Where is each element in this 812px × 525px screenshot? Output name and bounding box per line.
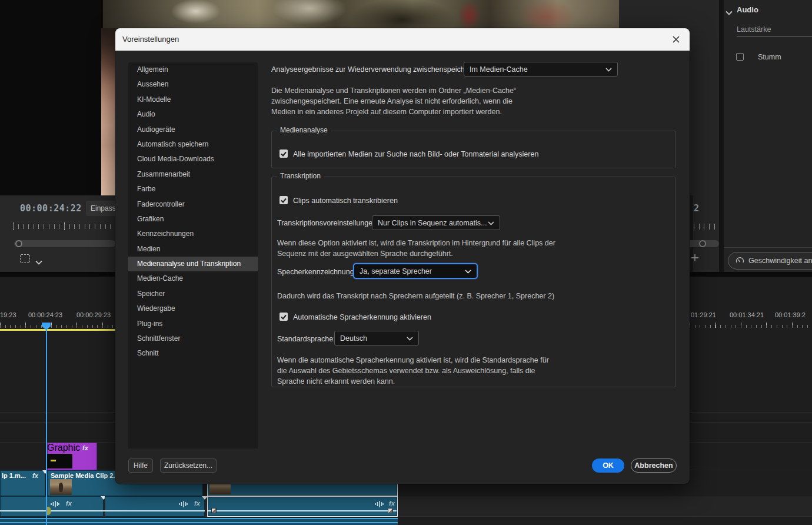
work-area-bar[interactable] (0, 329, 115, 331)
sidebar-item[interactable]: Medien-Cache (128, 271, 258, 286)
ruler-label: 00:01:34:21 (730, 311, 764, 318)
ruler-label: 01:29:21 (691, 311, 716, 318)
mute-label: Stumm (758, 53, 781, 61)
current-timecode[interactable]: 00:00:24:22 (20, 203, 82, 214)
ruler-label: 19:23 (0, 311, 16, 318)
playhead-line[interactable] (46, 323, 47, 525)
close-icon[interactable] (672, 35, 680, 46)
speaker-label: Specherkennzeichnung: (277, 268, 356, 276)
preferences-dialog: Voreinstellungen AllgemeinAussehenKI-Mod… (115, 28, 690, 484)
waveform-icon (50, 500, 59, 510)
default-language-value: Deutsch (340, 334, 367, 343)
transcription-legend: Transkription (277, 172, 324, 180)
graphic-clip-thumbnail (47, 454, 72, 468)
dialog-titlebar[interactable]: Voreinstellungen (115, 28, 690, 51)
video-clip-1[interactable]: lp 1.m... fx (0, 470, 45, 496)
sidebar-item[interactable]: Aussehen (128, 77, 258, 92)
chevron-down-icon (465, 267, 471, 275)
sidebar-item[interactable]: Audiogeräte (128, 122, 258, 137)
sidebar-item[interactable]: KI-Modelle (128, 92, 258, 107)
fx-badge[interactable]: fx (389, 500, 395, 507)
fx-badge[interactable]: fx (66, 500, 72, 507)
sidebar-item[interactable]: Zusammenarbeit (128, 167, 258, 182)
auto-transcribe-label: Clips automatisch transkribieren (293, 197, 398, 205)
volume-keyframe-handle[interactable] (388, 508, 393, 513)
monitor-zoom-handle-left[interactable] (15, 240, 22, 247)
graphic-clip[interactable]: Graphic fx (47, 443, 97, 470)
plus-icon[interactable] (691, 254, 699, 264)
adjust-speed-button[interactable]: Geschwindigkeit anpassen (728, 252, 812, 270)
speaker-dropdown[interactable]: Ja, separate Sprecher (353, 263, 478, 279)
graphic-thumb-accent (51, 460, 56, 461)
audio-clip-2[interactable]: fx (105, 496, 205, 517)
fx-badge[interactable]: fx (82, 444, 88, 451)
ok-button[interactable]: OK (592, 458, 624, 473)
speaker-help-text: Dadurch wird das Transkript nach Spreche… (277, 291, 630, 301)
audio-clip-1[interactable]: fx (0, 496, 104, 517)
sidebar-item[interactable]: Fadercontroller (128, 197, 258, 212)
reset-button[interactable]: Zurücksetzen... (160, 458, 217, 473)
transcription-preset-help: Wenn diese Option aktiviert ist, wird di… (277, 238, 563, 259)
default-language-label: Standardsprache: (277, 335, 335, 343)
auto-language-checkbox[interactable] (279, 313, 288, 321)
speedometer-icon (736, 257, 744, 265)
sidebar-item[interactable]: Speicher (128, 287, 258, 301)
sidebar-item[interactable]: Automatisch speichern (128, 137, 258, 152)
sidebar-item[interactable]: Schnitt (128, 346, 258, 361)
fx-badge[interactable]: fx (194, 500, 200, 507)
premiere-app-window: Audio Lautstärke Stumm 00:00:24:22 Einpa… (0, 0, 812, 525)
sidebar-item[interactable]: Medienanalyse und Transkription (128, 257, 258, 271)
sidebar-item[interactable]: Farbe (128, 182, 258, 197)
timeline-ruler-minor-ticks[interactable] (0, 325, 115, 328)
audio-clip-selected[interactable]: fx (207, 496, 398, 517)
graphic-clip-title: Graphic (47, 443, 80, 453)
sidebar-item[interactable]: Wiedergabe (128, 301, 258, 316)
ruler-label: 00:01:39:2 (775, 311, 806, 318)
left-black-panel (0, 0, 103, 195)
panel-separator-line (724, 247, 812, 248)
transcription-preset-label: Transkriptionsvoreinstellungen: (277, 219, 379, 227)
region-select-icon[interactable] (20, 254, 30, 263)
fx-badge[interactable]: fx (32, 472, 38, 479)
video-clip-2-thumbnail (50, 479, 72, 495)
language-help-text: Wenn die automatische Spracherkennung ak… (277, 355, 554, 387)
sidebar-item[interactable]: Schnittfenster (128, 331, 258, 346)
preferences-sidebar: AllgemeinAussehenKI-ModelleAudioAudioger… (128, 62, 258, 448)
timeline-ruler-minor-ticks-right[interactable] (690, 325, 812, 328)
sidebar-item[interactable]: Grafiken (128, 212, 258, 227)
dialog-title: Voreinstellungen (122, 35, 179, 44)
essential-sound-panel (724, 0, 812, 277)
sidebar-item[interactable]: Allgemein (128, 62, 258, 77)
audio-volume-line-selected[interactable] (208, 510, 397, 511)
ruler-label: 00:00:29:23 (76, 311, 111, 318)
media-analysis-legend: Medienanalyse (277, 126, 331, 134)
partial-timecode: 2 (694, 203, 700, 214)
chevron-down-icon[interactable] (726, 7, 733, 18)
cache-help-text: Die Medienanalyse und Transkriptionen we… (271, 85, 537, 117)
analyze-media-label: Alle importierten Medien zur Suche nach … (293, 150, 538, 158)
cache-dropdown[interactable]: Im Medien-Cache (464, 62, 618, 77)
default-language-dropdown[interactable]: Deutsch (334, 331, 419, 345)
chevron-down-icon[interactable] (35, 257, 42, 267)
mute-checkbox[interactable] (736, 53, 744, 61)
analyze-media-checkbox[interactable] (279, 149, 288, 158)
auto-transcribe-checkbox[interactable] (279, 196, 288, 204)
monitor-ruler-minor-ticks (13, 224, 115, 229)
monitor-zoom-scrollbar[interactable] (14, 240, 115, 247)
sidebar-item[interactable]: Kennzeichnungen (128, 227, 258, 241)
transcription-preset-dropdown[interactable]: Nur Clips in Sequenz automatis... (372, 215, 500, 230)
program-monitor-frame (103, 0, 619, 28)
volume-slider-track[interactable] (737, 36, 812, 36)
sidebar-item[interactable]: Cloud Media-Downloads (128, 152, 258, 167)
monitor-zoom-handle-right[interactable] (699, 240, 706, 247)
sidebar-item[interactable]: Audio (128, 107, 258, 122)
audio-volume-line[interactable] (0, 510, 205, 511)
waveform-icon (178, 500, 188, 510)
volume-keyframe-handle[interactable] (211, 508, 217, 513)
audio-panel-header[interactable]: Audio (737, 5, 758, 14)
sidebar-item[interactable]: Medien (128, 242, 258, 257)
help-button[interactable]: Hilfe (128, 458, 153, 473)
cancel-button[interactable]: Abbrechen (631, 458, 677, 473)
sidebar-item[interactable]: Plug-ins (128, 317, 258, 331)
auto-language-label: Automatische Spracherkennung aktivieren (293, 313, 431, 321)
